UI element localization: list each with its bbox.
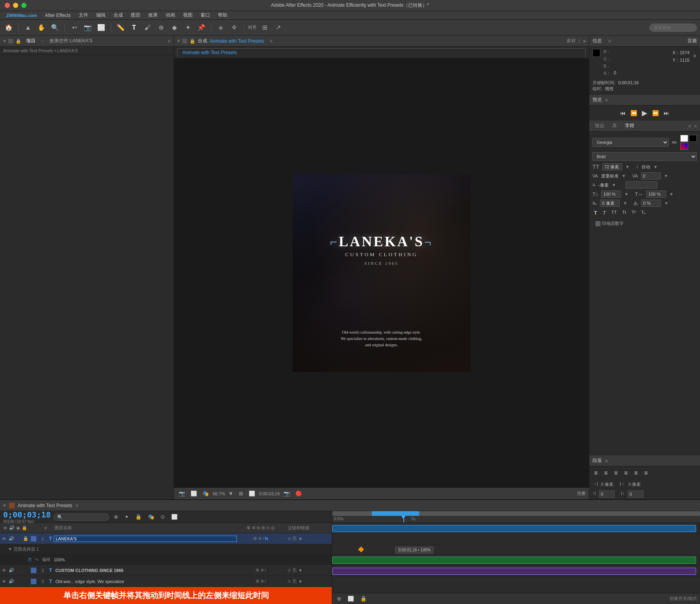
char-menu-icon[interactable]: ≡ [688, 123, 691, 129]
layer-3-solo-sw[interactable]: 单 [255, 579, 259, 584]
kerning-input[interactable] [641, 172, 661, 179]
layer-3-star-sw[interactable]: ✲ [261, 579, 264, 583]
vert-scale-input[interactable] [601, 191, 621, 198]
comp-snapshot-btn[interactable]: 📷 [177, 490, 187, 497]
tracking-dropdown[interactable]: ▼ [622, 174, 626, 178]
audio-tab[interactable]: 音频 [687, 38, 697, 44]
effects-tab[interactable]: 效果控件 LANEKA'S [47, 37, 95, 45]
style-smallcaps[interactable]: Tt [621, 209, 628, 217]
kerning-dropdown[interactable]: ▼ [664, 174, 668, 178]
track-bar-1[interactable] [332, 525, 696, 532]
menu-comp[interactable]: 合成 [110, 11, 126, 19]
layer-2-visibility[interactable]: 👁 [0, 568, 8, 573]
menu-ae[interactable]: After Effects [42, 12, 74, 19]
style-bold[interactable]: T [592, 209, 599, 217]
timeline-bottom-opts[interactable]: 🔒 [359, 595, 368, 602]
menu-layer[interactable]: 图层 [128, 11, 144, 19]
comp-alpha-btn[interactable]: 🎭 [201, 490, 210, 497]
home-button[interactable]: 🏠 [3, 22, 14, 33]
font-size-input[interactable] [602, 163, 622, 170]
timeline-opt1[interactable]: ⊕ [112, 513, 120, 521]
timeline-opt3[interactable]: 🔒 [134, 513, 143, 521]
playhead-diamond[interactable] [401, 516, 405, 519]
layer-1-slash-sw[interactable]: / [263, 536, 264, 541]
maximize-button[interactable] [21, 3, 26, 8]
help-search-input[interactable] [649, 24, 697, 32]
menu-help[interactable]: 帮助 [215, 11, 231, 19]
timeline-opt2[interactable]: ✦ [123, 513, 131, 521]
space-after-input[interactable] [628, 491, 643, 498]
layer-3-audio[interactable]: 🔊 [8, 579, 15, 584]
style-sub[interactable]: Tₐ [640, 209, 647, 217]
menu-file[interactable]: 文件 [76, 11, 91, 19]
sub-expand-icon[interactable]: ▼ 范围选择器 1 [8, 546, 40, 552]
region-of-interest[interactable]: ⊞ [237, 490, 245, 497]
char-expand-icon[interactable]: » [694, 123, 697, 129]
menu-logo[interactable]: ZWWiMac.com [3, 12, 40, 19]
layer-search-input[interactable] [54, 513, 109, 521]
snap-tool2[interactable]: ❖ [229, 22, 240, 33]
font-name-select[interactable]: Georgia [592, 138, 669, 147]
track-bar-3[interactable] [332, 568, 696, 575]
align-center-btn[interactable]: ≡ [602, 469, 609, 478]
tsume-input[interactable] [641, 200, 661, 207]
comp-menu-icon[interactable]: ≡ [270, 38, 272, 44]
preview-back[interactable]: ⏪ [630, 110, 637, 116]
preview-last[interactable]: ⏭ [664, 110, 669, 116]
font-style-select[interactable]: Bold [592, 152, 697, 161]
layer-2-star-sw[interactable]: ✲ [261, 568, 264, 572]
zoom-dropdown[interactable]: ▼ [227, 490, 235, 497]
leading-dropdown[interactable]: ▼ [653, 164, 658, 169]
timeline-opt4[interactable]: 🎭 [146, 513, 156, 521]
puppet-tool[interactable]: ✦ [182, 22, 193, 33]
motion-sketch[interactable]: ↗ [272, 22, 284, 33]
fill-color-swatch[interactable] [680, 135, 688, 142]
info-menu-icon[interactable]: ≡ [608, 38, 611, 44]
horiz-scale-input[interactable] [646, 191, 666, 198]
align-left-btn[interactable]: ≡ [592, 469, 599, 478]
hand-tool[interactable]: ✋ [36, 22, 47, 33]
brush-tool[interactable]: 🖌 [142, 22, 153, 33]
panel-menu-icon[interactable]: ≡ [168, 38, 170, 44]
selection-box[interactable]: ⬜ [96, 22, 107, 33]
layer-2-parent-dropdown[interactable]: ▼ [298, 568, 303, 573]
keyframe-left[interactable] [358, 547, 364, 552]
align-right-btn[interactable]: ≡ [613, 469, 619, 478]
horiz-scale-dropdown[interactable]: ▼ [669, 192, 674, 196]
vert-scale-dropdown[interactable]: ▼ [624, 192, 628, 196]
tsume-dropdown[interactable]: ▼ [664, 201, 668, 206]
text-tool[interactable]: T [129, 22, 140, 33]
menu-effects[interactable]: 效果 [145, 11, 161, 19]
layer-3-slash-sw[interactable]: / [265, 579, 266, 583]
layer-2-audio[interactable]: 🔊 [8, 568, 15, 573]
gradient-swatch[interactable] [680, 143, 688, 150]
presets-tab[interactable]: 预设 [592, 122, 607, 130]
camera-button[interactable]: 📷 [82, 22, 93, 33]
layer-1-name-input[interactable] [54, 536, 237, 542]
layer-1-parent-dropdown[interactable]: ▼ [298, 536, 303, 541]
layer-row-3[interactable]: 👁 🔊 3 T Old-wor... edge style. We specia… [0, 576, 332, 587]
baseline-dropdown[interactable]: ▼ [623, 201, 627, 206]
stroke-color-swatch[interactable] [689, 135, 697, 142]
pin-tool[interactable]: 📌 [196, 22, 207, 33]
layer-row-1[interactable]: 👁 🔊 🔒 1 T 单 ✲ / fx ⊙ 无 ▼ [0, 533, 332, 544]
pen-tool[interactable]: ✏️ [115, 22, 126, 33]
align-justify-btn[interactable]: ≡ [622, 469, 629, 478]
hindi-checkbox[interactable] [596, 221, 600, 226]
menu-animate[interactable]: 动画 [163, 11, 178, 19]
transparency-grid[interactable]: ⬜ [247, 490, 257, 497]
layer-3-parent-dropdown[interactable]: ▼ [298, 579, 303, 584]
comp-panel-close[interactable]: × [177, 38, 180, 44]
offset-stopwatch-icon[interactable]: ⏱ [28, 557, 32, 562]
layer-1-audio[interactable]: 🔊 [8, 536, 15, 541]
snap-tool[interactable]: ◈ [215, 22, 226, 33]
undo-button[interactable]: ↩ [69, 22, 80, 33]
font-size-dropdown[interactable]: ▼ [625, 164, 630, 169]
menu-window[interactable]: 窗口 [197, 11, 213, 19]
close-button[interactable] [5, 3, 10, 8]
para-menu-icon[interactable]: ≡ [605, 458, 608, 464]
baseline-input[interactable] [600, 200, 620, 207]
timeline-opt5[interactable]: ⊙ [159, 513, 166, 521]
menu-view[interactable]: 视图 [180, 11, 196, 19]
select-tool[interactable]: ▲ [23, 22, 34, 33]
